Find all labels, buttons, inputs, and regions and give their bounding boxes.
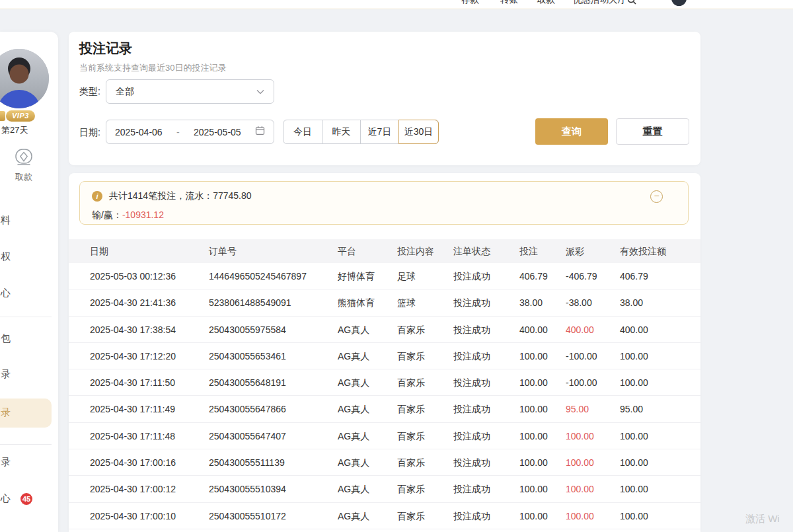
cell-payout: -38.00 (566, 289, 620, 316)
column-header: 日期 (90, 239, 209, 263)
cell-status: 投注成功 (453, 289, 519, 316)
cell-status: 投注成功 (453, 449, 519, 476)
table-row: 2025-05-03 00:12:361446496505245467897好博… (69, 263, 700, 289)
sidebar-menu-item[interactable]: 权 (1, 250, 13, 263)
date-range-input[interactable]: 2025-04-06 - 2025-05-05 (106, 120, 274, 144)
top-nav-item[interactable]: 存款 (461, 0, 479, 6)
cell-content: 百家乐 (397, 317, 453, 343)
cell-payout: 100.00 (566, 423, 620, 449)
column-header: 平台 (338, 239, 397, 263)
page-title: 投注记录 (79, 40, 132, 57)
type-select-value: 全部 (116, 86, 134, 98)
cell-payout: 100.00 (566, 449, 620, 476)
sidebar-menu-item[interactable]: 录 (1, 406, 13, 419)
cell-date: 2025-04-30 17:00:16 (90, 449, 209, 476)
top-nav-item[interactable]: 优惠活动大厅 (573, 0, 626, 6)
collapse-icon[interactable]: − (650, 190, 663, 203)
type-select[interactable]: 全部 (106, 79, 274, 104)
cell-payout: -406.79 (566, 263, 620, 289)
query-button[interactable]: 查询 (535, 118, 608, 145)
cell-order: 250430055647866 (209, 396, 338, 422)
user-avatar-small[interactable] (671, 0, 687, 6)
column-header: 投注内容 (397, 239, 453, 263)
table-row: 2025-04-30 17:12:20250430055653461AG真人百家… (69, 343, 700, 369)
cell-bet: 100.00 (519, 369, 566, 396)
cell-date: 2025-04-30 17:11:48 (90, 423, 209, 449)
quick-range-button[interactable]: 今日 (283, 120, 322, 143)
cell-bet: 100.00 (519, 423, 566, 449)
quick-range-button[interactable]: 昨天 (322, 120, 360, 143)
cell-date: 2025-04-30 17:00:10 (90, 503, 209, 529)
cell-valid: 100.00 (620, 503, 700, 529)
quick-range-button[interactable]: 近7日 (360, 120, 398, 143)
withdraw-gem-icon (12, 159, 36, 170)
table-row: 2025-04-30 17:11:49250430055647866AG真人百家… (69, 396, 700, 422)
cell-valid: 100.00 (620, 343, 700, 369)
cell-content: 百家乐 (397, 476, 453, 502)
cell-platform: 熊猫体育 (338, 289, 397, 316)
sidebar-divider (0, 317, 52, 317)
cell-content: 百家乐 (397, 423, 453, 449)
date-label: 日期: (79, 127, 100, 139)
vip-badge: VIP3 (6, 110, 35, 122)
cell-payout: 400.00 (566, 317, 620, 343)
cell-status: 投注成功 (453, 476, 519, 502)
betting-records-screen: 存款转账取款优惠活动大厅 VIP3 第27天 (0, 0, 793, 532)
sidebar-item-withdraw[interactable]: 取款 (0, 145, 48, 183)
cell-content: 百家乐 (397, 369, 453, 396)
search-icon[interactable] (626, 0, 637, 8)
table-row: 2025-04-30 17:11:48250430055647407AG真人百家… (69, 423, 700, 449)
cell-bet: 100.00 (519, 503, 566, 529)
cell-bet: 100.00 (519, 343, 566, 369)
column-header: 注单状态 (453, 239, 519, 263)
cell-valid: 100.00 (620, 423, 700, 449)
table-row: 2025-04-30 17:00:10250430055510172AG真人百家… (69, 503, 700, 529)
column-header: 订单号 (209, 239, 338, 263)
sidebar-menu-item[interactable]: 包 (1, 332, 13, 345)
cell-platform: AG真人 (338, 369, 397, 396)
table-row: 2025-04-30 21:41:365238061488549091熊猫体育篮… (69, 289, 700, 316)
sidebar-menu-item[interactable]: 料 (1, 214, 13, 227)
vip-medal-icon (0, 111, 5, 121)
cell-payout: 95.00 (566, 396, 620, 422)
date-end-value: 2025-05-05 (194, 127, 241, 137)
cell-date: 2025-04-30 17:12:20 (90, 343, 209, 369)
cell-valid: 100.00 (620, 369, 700, 396)
type-label: 类型: (79, 86, 100, 98)
cell-bet: 406.79 (519, 263, 566, 289)
cell-platform: AG真人 (338, 343, 397, 369)
top-nav-item[interactable]: 转账 (500, 0, 518, 6)
cell-status: 投注成功 (453, 503, 519, 529)
cell-content: 百家乐 (397, 343, 453, 369)
cell-valid: 95.00 (620, 396, 700, 422)
cell-platform: AG真人 (338, 503, 397, 529)
cell-status: 投注成功 (453, 369, 519, 396)
cell-order: 250430055510172 (209, 503, 338, 529)
page-subtitle: 当前系统支持查询最近30日的投注记录 (79, 62, 226, 74)
cell-platform: AG真人 (338, 449, 397, 476)
activate-windows-watermark: 激活 Wi (745, 513, 780, 525)
cell-bet: 38.00 (519, 289, 566, 316)
cell-bet: 100.00 (519, 449, 566, 476)
column-header: 有效投注额 (620, 239, 700, 263)
filter-card: 投注记录 当前系统支持查询最近30日的投注记录 类型: 全部 日期: 2025-… (69, 32, 700, 165)
cell-payout: -100.00 (566, 343, 620, 369)
cell-platform: 好博体育 (338, 263, 397, 289)
column-header: 投注 (519, 239, 566, 263)
cell-platform: AG真人 (338, 317, 397, 343)
table-row: 2025-04-30 17:00:12250430055510394AG真人百家… (69, 476, 700, 502)
win-loss-value: -10931.12 (122, 209, 164, 220)
reset-button[interactable]: 重置 (616, 118, 689, 145)
sidebar-menu-item[interactable]: 心 (1, 492, 13, 505)
cell-status: 投注成功 (453, 317, 519, 343)
sidebar-menu-item[interactable]: 心 (1, 287, 13, 299)
sidebar: VIP3 第27天 取款 料权心包录录录心45 (0, 32, 58, 532)
quick-range-button[interactable]: 近30日 (398, 120, 438, 143)
info-icon: i (92, 191, 102, 202)
user-avatar[interactable] (0, 49, 49, 108)
top-nav-item[interactable]: 取款 (537, 0, 555, 6)
summary-box: i 共计1414笔投注，流水：77745.80 − 输/赢：-10931.12 (79, 181, 689, 225)
sidebar-menu-item[interactable]: 录 (1, 368, 13, 381)
sidebar-menu-item[interactable]: 录 (1, 456, 13, 469)
cell-payout: -100.00 (566, 369, 620, 396)
